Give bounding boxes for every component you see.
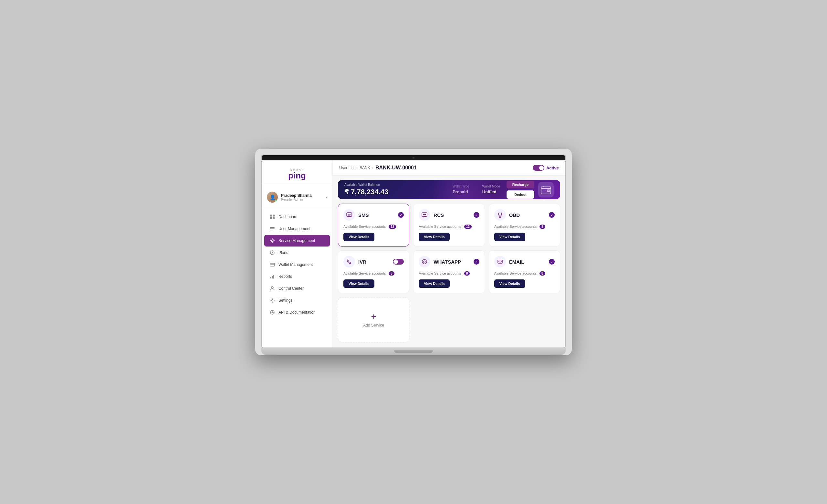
svg-point-19: [274, 312, 275, 313]
svg-point-27: [422, 260, 427, 264]
deduct-button[interactable]: Deduct: [506, 190, 534, 199]
email-icon: [494, 256, 506, 268]
whatsapp-view-details-button[interactable]: View Details: [419, 279, 450, 288]
logo: smart ping: [268, 168, 326, 180]
ivr-toggle[interactable]: [393, 259, 404, 265]
chevron-down-icon: ▾: [326, 195, 327, 199]
user-profile[interactable]: 👤 Pradeep Sharma Reseller Admin ▾: [262, 189, 332, 208]
rcs-enabled-icon[interactable]: ✓: [474, 212, 479, 218]
breadcrumb-current: BANK-UW-00001: [375, 165, 417, 171]
wallet-mode-item: Wallet Mode Unified: [482, 184, 500, 194]
rcs-name: RCS: [434, 212, 444, 218]
sidebar-item-user-management[interactable]: User Management: [264, 223, 330, 235]
recharge-button[interactable]: Recharge: [506, 181, 534, 188]
service-card-rcs: RCS ✓ Available Service accounts 12 View…: [413, 204, 485, 246]
svg-point-17: [271, 312, 271, 313]
svg-point-15: [272, 300, 273, 301]
svg-point-26: [425, 214, 426, 215]
service-name-row-rcs: RCS: [419, 209, 444, 221]
obd-account-badge: 8: [539, 225, 545, 229]
add-service-card[interactable]: + Add Service: [338, 297, 409, 342]
breadcrumb-user-list[interactable]: User List: [339, 166, 354, 170]
sidebar-item-wallet-management[interactable]: Wallet Management: [264, 259, 330, 270]
user-management-icon: [270, 226, 275, 232]
top-header: User List › BANK › BANK-UW-00001 Active: [333, 160, 565, 175]
service-card-whatsapp: WHATSAPP ✓ Available Service accounts 8 …: [413, 250, 485, 293]
sms-view-details-button[interactable]: View Details: [343, 233, 375, 241]
service-card-ivr: IVR Available Service accounts 8 View De…: [338, 250, 409, 293]
service-card-obd-header: OBD ✓: [494, 209, 555, 221]
ivr-view-details-button[interactable]: View Details: [343, 279, 375, 288]
service-card-obd: OBD ✓ Available Service accounts 8 View …: [489, 204, 560, 246]
ivr-name: IVR: [358, 259, 366, 265]
sidebar-item-wallet-management-label: Wallet Management: [279, 262, 313, 267]
svg-point-9: [272, 252, 273, 253]
sidebar-item-user-management-label: User Management: [279, 226, 310, 231]
ping-label: ping: [288, 171, 306, 180]
sidebar-item-api-docs[interactable]: API & Documentation: [264, 306, 330, 318]
service-card-rcs-header: RCS ✓: [419, 209, 479, 221]
sidebar-nav: Dashboard User Management: [262, 211, 332, 319]
wallet-type-item: Wallet Type Prepaid: [452, 184, 470, 194]
sidebar-item-dashboard[interactable]: Dashboard: [264, 211, 330, 223]
service-name-row-sms: SMS: [343, 209, 369, 221]
settings-icon: [270, 297, 275, 303]
breadcrumb-sep-1: ›: [356, 166, 357, 170]
obd-icon: [494, 209, 506, 221]
svg-rect-2: [270, 217, 272, 219]
api-docs-icon: [270, 310, 275, 315]
sms-accounts: Available Service accounts 12: [343, 225, 404, 229]
ivr-accounts: Available Service accounts 8: [343, 271, 404, 276]
breadcrumb-sep-2: ›: [372, 166, 374, 170]
avatar: 👤: [267, 192, 278, 203]
sidebar-item-plans[interactable]: Plans: [264, 247, 330, 259]
service-name-row-obd: OBD: [494, 209, 520, 221]
add-service-plus-icon: +: [371, 312, 376, 321]
svg-rect-11: [271, 277, 271, 278]
breadcrumb: User List › BANK › BANK-UW-00001: [339, 165, 417, 171]
active-toggle[interactable]: [533, 165, 544, 171]
obd-view-details-button[interactable]: View Details: [494, 233, 525, 241]
sidebar-item-service-management[interactable]: Service Management: [264, 235, 330, 246]
obd-accounts: Available Service accounts 8: [494, 225, 555, 229]
email-name: EMAIL: [509, 259, 524, 265]
svg-rect-1: [273, 215, 275, 217]
sidebar-item-api-docs-label: API & Documentation: [279, 310, 315, 315]
rcs-account-badge: 12: [464, 225, 472, 229]
sms-enabled-icon[interactable]: ✓: [398, 212, 404, 218]
sidebar-item-settings[interactable]: Settings: [264, 295, 330, 306]
sidebar-item-control-center-label: Control Center: [279, 286, 304, 291]
svg-rect-21: [547, 190, 550, 192]
ivr-account-badge: 8: [389, 271, 394, 276]
obd-enabled-icon[interactable]: ✓: [549, 212, 555, 218]
service-name-row-email: EMAIL: [494, 256, 524, 268]
svg-point-24: [423, 214, 424, 215]
whatsapp-enabled-icon[interactable]: ✓: [474, 259, 479, 265]
wallet-mode-value: Unified: [482, 189, 496, 194]
svg-point-7: [271, 240, 273, 242]
whatsapp-name: WHATSAPP: [434, 259, 461, 265]
ivr-icon: [343, 256, 355, 268]
breadcrumb-bank[interactable]: BANK: [359, 166, 370, 170]
svg-rect-28: [498, 260, 502, 263]
service-card-whatsapp-header: WHATSAPP ✓: [419, 256, 479, 268]
rcs-view-details-button[interactable]: View Details: [419, 233, 450, 241]
wallet-banner: Available Wallet Balance ₹ 7,78,234.43 W…: [338, 180, 560, 199]
service-card-email: EMAIL ✓ Available Service accounts 8 Vie…: [489, 250, 560, 293]
wallet-type-value: Prepaid: [452, 189, 468, 194]
wallet-mode-label: Wallet Mode: [482, 184, 500, 188]
service-management-icon: [270, 238, 275, 243]
email-enabled-icon[interactable]: ✓: [549, 259, 555, 265]
sidebar-item-reports-label: Reports: [279, 274, 292, 279]
svg-rect-13: [273, 275, 274, 278]
service-card-sms-header: SMS ✓: [343, 209, 404, 221]
svg-rect-12: [272, 276, 273, 278]
svg-rect-5: [270, 228, 275, 229]
user-name: Pradeep Sharma: [281, 193, 326, 198]
sidebar-item-control-center[interactable]: Control Center: [264, 283, 330, 294]
main-content: User List › BANK › BANK-UW-00001 Active: [333, 160, 565, 347]
sidebar-item-reports[interactable]: Reports: [264, 271, 330, 282]
sms-icon: [343, 209, 355, 221]
service-name-row-ivr: IVR: [343, 256, 366, 268]
email-view-details-button[interactable]: View Details: [494, 279, 525, 288]
